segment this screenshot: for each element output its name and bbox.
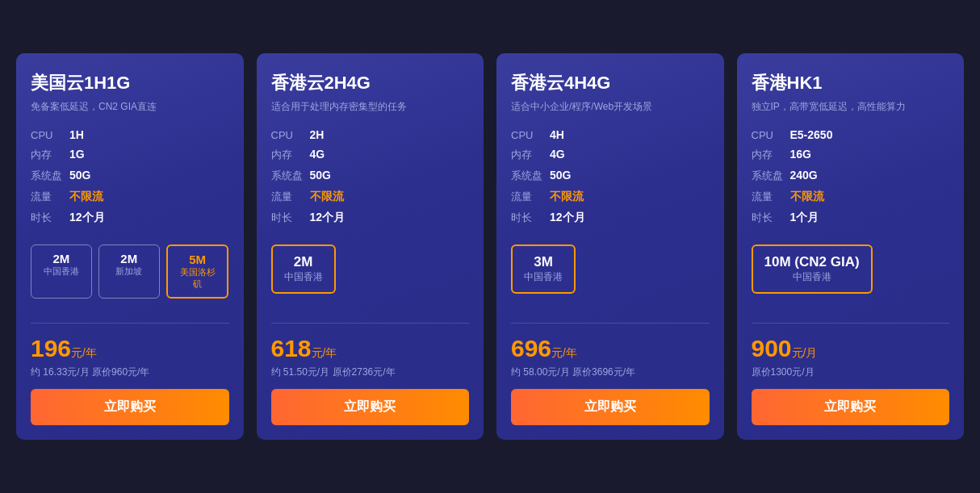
bandwidth-btn-single-1[interactable]: 2M中国香港 xyxy=(271,244,336,294)
bandwidth-section-0: 2M中国香港2M新加坡5M美国洛杉矶 xyxy=(31,244,229,299)
spec-row-0-3: 流量不限流 xyxy=(31,190,229,204)
spec-label-3-3: 流量 xyxy=(752,190,790,204)
spec-label-3-1: 内存 xyxy=(752,148,790,162)
price-section-2: 696元/年约 58.00元/月 原价3696元/年 xyxy=(511,335,710,379)
spec-label-0-3: 流量 xyxy=(31,190,69,204)
spec-label-3-4: 时长 xyxy=(752,211,790,225)
spec-value-2-4: 12个月 xyxy=(550,211,585,225)
card-title-3: 香港HK1 xyxy=(752,71,950,95)
spec-row-2-0: CPU4H xyxy=(511,128,710,141)
spec-row-3-0: CPUE5-2650 xyxy=(752,128,950,141)
divider-3 xyxy=(752,323,950,324)
spec-label-2-1: 内存 xyxy=(511,148,550,162)
buy-button-2[interactable]: 立即购买 xyxy=(511,389,710,425)
spec-label-0-1: 内存 xyxy=(31,148,69,162)
price-section-3: 900元/月原价1300元/月 xyxy=(752,335,950,379)
bw-speed-0-1: 2M xyxy=(107,252,151,265)
bw-speed-single-1: 2M xyxy=(284,254,323,270)
spec-row-3-4: 时长1个月 xyxy=(752,211,950,225)
price-sub-0: 约 16.33元/月 原价960元/年 xyxy=(31,366,229,379)
specs-table-0: CPU1H内存1G系统盘50G流量不限流时长12个月 xyxy=(31,128,229,232)
specs-table-3: CPUE5-2650内存16G系统盘240G流量不限流时长1个月 xyxy=(752,128,950,232)
bandwidth-btn-0-0[interactable]: 2M中国香港 xyxy=(31,244,92,299)
spec-value-1-3: 不限流 xyxy=(310,190,344,204)
cards-container: 美国云1H1G免备案低延迟，CN2 GIA直连CPU1H内存1G系统盘50G流量… xyxy=(16,53,964,440)
divider-1 xyxy=(271,323,470,324)
card-title-2: 香港云4H4G xyxy=(511,71,710,95)
bandwidth-btn-0-1[interactable]: 2M新加坡 xyxy=(98,244,160,299)
bw-speed-0-2: 5M xyxy=(176,253,220,266)
bandwidth-wrapper-3: 10M (CN2 GIA)中国香港 xyxy=(752,244,950,308)
price-main-3: 900 xyxy=(752,335,792,361)
bw-speed-0-0: 2M xyxy=(40,252,83,265)
spec-value-3-1: 16G xyxy=(790,148,811,161)
spec-label-1-2: 系统盘 xyxy=(271,169,310,183)
spec-value-0-2: 50G xyxy=(69,169,90,182)
bw-region-0-2: 美国洛杉矶 xyxy=(176,266,220,290)
spec-row-0-0: CPU1H xyxy=(31,128,229,141)
card-title-1: 香港云2H4G xyxy=(271,71,470,95)
price-sub-1: 约 51.50元/月 原价2736元/年 xyxy=(271,366,470,379)
card-us-1h1g: 美国云1H1G免备案低延迟，CN2 GIA直连CPU1H内存1G系统盘50G流量… xyxy=(16,53,244,440)
spec-label-3-2: 系统盘 xyxy=(752,169,790,183)
spec-value-0-4: 12个月 xyxy=(69,211,105,225)
spec-row-1-4: 时长12个月 xyxy=(271,211,470,225)
spec-label-0-4: 时长 xyxy=(31,211,69,225)
spec-value-3-2: 240G xyxy=(790,169,818,182)
spec-label-1-4: 时长 xyxy=(271,211,310,225)
spec-value-1-0: 2H xyxy=(310,128,325,141)
bw-speed-single-3: 10M (CN2 GIA) xyxy=(764,254,860,270)
card-subtitle-3: 独立IP，高带宽低延迟，高性能算力 xyxy=(752,100,950,114)
card-hk-hk1: 香港HK1独立IP，高带宽低延迟，高性能算力CPUE5-2650内存16G系统盘… xyxy=(737,53,965,440)
spec-label-1-0: CPU xyxy=(271,129,310,141)
divider-2 xyxy=(511,323,710,324)
price-unit-1: 元/年 xyxy=(312,346,337,359)
bandwidth-btn-single-3[interactable]: 10M (CN2 GIA)中国香港 xyxy=(752,244,873,294)
spec-label-1-1: 内存 xyxy=(271,148,310,162)
price-main-2: 696 xyxy=(511,335,551,361)
price-unit-0: 元/年 xyxy=(71,346,97,359)
spec-row-1-0: CPU2H xyxy=(271,128,470,141)
price-unit-3: 元/月 xyxy=(792,346,818,359)
spec-row-0-4: 时长12个月 xyxy=(31,211,229,225)
buy-button-1[interactable]: 立即购买 xyxy=(271,389,470,425)
card-subtitle-0: 免备案低延迟，CN2 GIA直连 xyxy=(31,100,229,114)
spec-label-2-3: 流量 xyxy=(511,190,550,204)
bandwidth-btn-0-2[interactable]: 5M美国洛杉矶 xyxy=(166,244,229,299)
specs-table-2: CPU4H内存4G系统盘50G流量不限流时长12个月 xyxy=(511,128,710,232)
spec-row-0-2: 系统盘50G xyxy=(31,169,229,183)
price-main-1: 618 xyxy=(271,335,312,361)
price-section-0: 196元/年约 16.33元/月 原价960元/年 xyxy=(31,335,229,379)
bw-region-single-1: 中国香港 xyxy=(284,270,323,284)
spec-label-2-0: CPU xyxy=(511,129,550,141)
spec-row-1-2: 系统盘50G xyxy=(271,169,470,183)
bandwidth-btn-single-2[interactable]: 3M中国香港 xyxy=(511,244,576,294)
buy-button-3[interactable]: 立即购买 xyxy=(752,389,950,425)
buy-button-0[interactable]: 立即购买 xyxy=(31,389,229,425)
price-main-0: 196 xyxy=(31,335,71,361)
bw-region-0-0: 中国香港 xyxy=(40,265,83,278)
card-title-0: 美国云1H1G xyxy=(31,71,229,95)
price-sub-3: 原价1300元/月 xyxy=(752,366,950,379)
spec-row-2-1: 内存4G xyxy=(511,148,710,162)
spec-row-3-1: 内存16G xyxy=(752,148,950,162)
spec-value-1-4: 12个月 xyxy=(310,211,346,225)
price-section-1: 618元/年约 51.50元/月 原价2736元/年 xyxy=(271,335,470,379)
spec-value-0-0: 1H xyxy=(69,128,84,141)
spec-value-1-2: 50G xyxy=(310,169,331,182)
card-subtitle-1: 适合用于处理内存密集型的任务 xyxy=(271,100,470,114)
spec-row-3-2: 系统盘240G xyxy=(752,169,950,183)
divider-0 xyxy=(31,323,229,324)
spec-label-1-3: 流量 xyxy=(271,190,310,204)
spec-value-0-3: 不限流 xyxy=(69,190,103,204)
specs-table-1: CPU2H内存4G系统盘50G流量不限流时长12个月 xyxy=(271,128,470,232)
spec-row-1-1: 内存4G xyxy=(271,148,470,162)
spec-row-1-3: 流量不限流 xyxy=(271,190,470,204)
bw-region-0-1: 新加坡 xyxy=(107,265,151,278)
bw-region-single-2: 中国香港 xyxy=(524,270,563,284)
spec-row-0-1: 内存1G xyxy=(31,148,229,162)
spec-row-2-4: 时长12个月 xyxy=(511,211,710,225)
bandwidth-wrapper-1: 2M中国香港 xyxy=(271,244,470,308)
spec-label-2-2: 系统盘 xyxy=(511,169,550,183)
spec-label-0-2: 系统盘 xyxy=(31,169,69,183)
